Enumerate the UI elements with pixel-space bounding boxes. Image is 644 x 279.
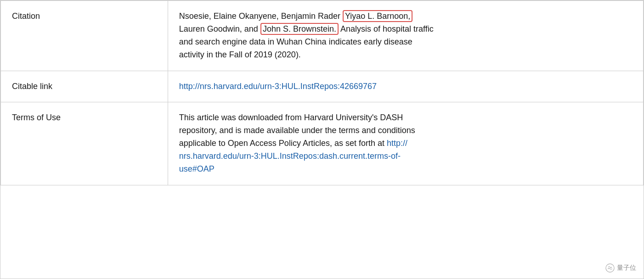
- citation-row: Citation Nsoesie, Elaine Okanyene, Benja…: [1, 1, 644, 71]
- citable-link-label: Citable link: [1, 71, 168, 102]
- citable-link-value: http://nrs.harvard.edu/urn-3:HUL.InstRep…: [168, 71, 643, 102]
- metadata-table: Citation Nsoesie, Elaine Okanyene, Benja…: [0, 0, 644, 279]
- citation-text-middle: Lauren Goodwin, and: [179, 24, 260, 33]
- terms-of-use-value: This article was downloaded from Harvard…: [168, 102, 643, 185]
- highlight-yiyao: Yiyao L. Barnoon,: [343, 10, 412, 22]
- watermark: 量子位: [605, 263, 636, 273]
- svg-point-0: [606, 264, 614, 272]
- watermark-icon: [605, 263, 615, 273]
- terms-text: This article was downloaded from Harvard…: [179, 113, 415, 148]
- citation-text-before: Nsoesie, Elaine Okanyene, Benjamin Rader: [179, 11, 343, 21]
- citation-value: Nsoesie, Elaine Okanyene, Benjamin Rader…: [168, 1, 643, 71]
- citation-label: Citation: [1, 1, 168, 71]
- citable-link-row: Citable link http://nrs.harvard.edu/urn-…: [1, 71, 644, 102]
- citable-link-anchor[interactable]: http://nrs.harvard.edu/urn-3:HUL.InstRep…: [179, 82, 377, 91]
- watermark-text: 量子位: [617, 264, 636, 272]
- terms-of-use-row: Terms of Use This article was downloaded…: [1, 102, 644, 185]
- highlight-john: John S. Brownstein.: [260, 23, 339, 35]
- terms-of-use-label: Terms of Use: [1, 102, 168, 185]
